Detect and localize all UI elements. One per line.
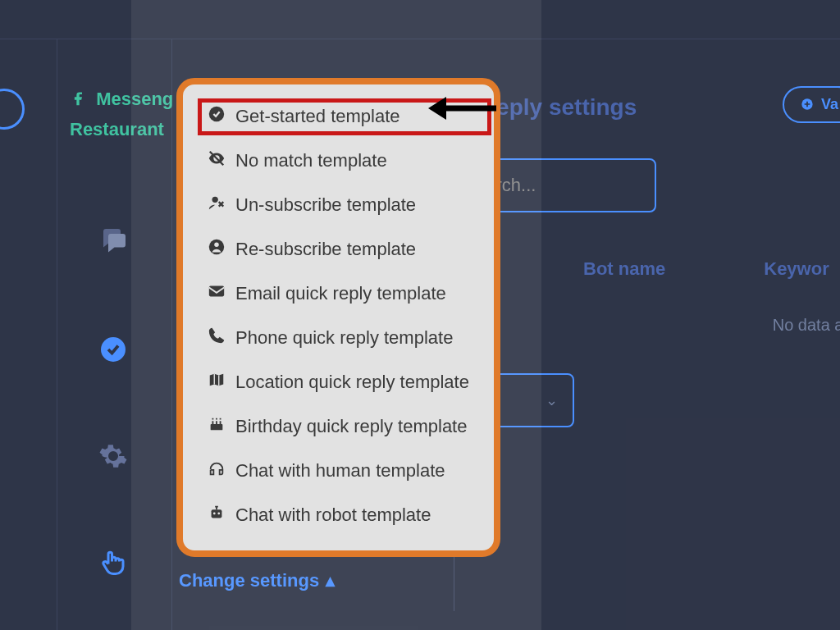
template-dropdown: Get-started template No match template U… — [176, 78, 500, 557]
dropdown-item-label: Chat with human template — [235, 460, 445, 482]
headset-icon — [208, 459, 235, 482]
dropdown-item-email[interactable]: Email quick reply template — [183, 272, 494, 316]
dropdown-item-phone[interactable]: Phone quick reply template — [183, 316, 494, 360]
check-circle-icon — [208, 105, 235, 128]
dropdown-item-label: Chat with robot template — [235, 504, 431, 526]
dropdown-item-birthday[interactable]: Birthday quick reply template — [183, 404, 494, 449]
dropdown-item-robot[interactable]: Chat with robot template — [183, 493, 494, 537]
dropdown-item-label: Un-subscribe template — [235, 194, 416, 216]
chat-icon[interactable] — [98, 224, 128, 260]
sidebar-narrow — [0, 39, 57, 630]
pointer-icon[interactable] — [98, 548, 128, 584]
svg-point-6 — [214, 243, 219, 248]
dropdown-item-label: Get-started template — [235, 106, 400, 127]
user-x-icon — [208, 194, 235, 217]
variable-button[interactable]: Va — [783, 86, 840, 123]
dropdown-item-get-started[interactable]: Get-started template — [183, 94, 494, 139]
svg-point-4 — [212, 197, 218, 203]
no-data-text: No data avai — [773, 316, 840, 335]
dropdown-item-label: Re-subscribe template — [235, 239, 416, 260]
envelope-icon — [208, 282, 235, 305]
map-icon — [208, 371, 235, 394]
dropdown-item-location[interactable]: Location quick reply template — [183, 360, 494, 404]
user-circle-icon — [208, 238, 235, 261]
svg-rect-8 — [211, 424, 223, 430]
dropdown-item-label: Birthday quick reply template — [235, 416, 467, 437]
eye-slash-icon — [208, 149, 235, 172]
dropdown-item-no-match[interactable]: No match template — [183, 139, 494, 183]
dropdown-item-label: Phone quick reply template — [235, 327, 453, 349]
svg-rect-9 — [212, 509, 222, 518]
gear-icon[interactable] — [98, 441, 128, 477]
cake-icon — [208, 415, 235, 438]
phone-icon — [208, 326, 235, 349]
svg-point-10 — [213, 513, 216, 515]
robot-icon — [208, 504, 235, 527]
variable-button-label: Va — [821, 96, 838, 112]
avatar-circle[interactable] — [0, 89, 25, 130]
col-keyword[interactable]: Keywor — [764, 258, 829, 280]
col-bot-name[interactable]: Bot name — [583, 258, 665, 280]
check-icon[interactable] — [98, 335, 128, 371]
dropdown-item-resubscribe[interactable]: Re-subscribe template — [183, 227, 494, 272]
svg-rect-7 — [209, 286, 224, 297]
dropdown-item-human[interactable]: Chat with human template — [183, 449, 494, 493]
dropdown-item-label: Email quick reply template — [235, 283, 446, 304]
dropdown-item-label: Location quick reply template — [235, 372, 469, 393]
dropdown-item-label: No match template — [235, 150, 387, 171]
plus-icon — [801, 96, 818, 112]
facebook-icon — [70, 89, 91, 109]
svg-point-11 — [217, 513, 220, 515]
dropdown-item-unsubscribe[interactable]: Un-subscribe template — [183, 183, 494, 227]
chevron-down-icon: ⌄ — [546, 391, 558, 409]
